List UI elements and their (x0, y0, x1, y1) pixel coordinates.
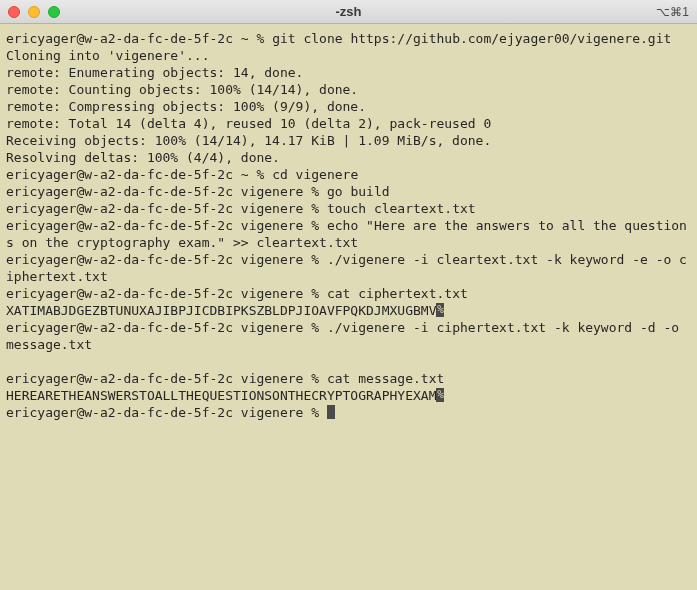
command-text: touch cleartext.txt (327, 201, 476, 216)
output-line: Receiving objects: 100% (14/14), 14.17 K… (6, 132, 691, 149)
prompt-user-host: ericyager@w-a2-da-fc-de-5f-2c (6, 218, 233, 233)
command-text: cat ciphertext.txt (327, 286, 468, 301)
prompt-user-host: ericyager@w-a2-da-fc-de-5f-2c (6, 201, 233, 216)
prompt-dir: vigenere (241, 320, 304, 335)
prompt-dir: vigenere (241, 286, 304, 301)
prompt-dir: vigenere (241, 405, 304, 420)
eol-indicator: % (436, 303, 444, 317)
prompt-symbol: % (311, 218, 319, 233)
output-line: remote: Enumerating objects: 14, done. (6, 64, 691, 81)
output-line: Resolving deltas: 100% (4/4), done. (6, 149, 691, 166)
output-line: remote: Compressing objects: 100% (9/9),… (6, 98, 691, 115)
output-line (6, 353, 691, 370)
prompt-user-host: ericyager@w-a2-da-fc-de-5f-2c (6, 405, 233, 420)
command-text: cd vigenere (272, 167, 358, 182)
prompt-dir: vigenere (241, 201, 304, 216)
prompt-symbol: % (311, 252, 319, 267)
prompt-user-host: ericyager@w-a2-da-fc-de-5f-2c (6, 31, 233, 46)
prompt-symbol: % (311, 371, 319, 386)
output-line: HEREARETHEANSWERSTOALLTHEQUESTIONSONTHEC… (6, 387, 691, 404)
cipher-output: XATIMABJDGEZBTUNUXAJIBPJICDBIPKSZBLDPJIO… (6, 303, 436, 318)
prompt-dir: vigenere (241, 218, 304, 233)
eol-indicator: % (436, 388, 444, 402)
output-line: XATIMABJDGEZBTUNUXAJIBPJICDBIPKSZBLDPJIO… (6, 302, 691, 319)
prompt-line: ericyager@w-a2-da-fc-de-5f-2c vigenere %… (6, 285, 691, 302)
prompt-dir: vigenere (241, 252, 304, 267)
prompt-user-host: ericyager@w-a2-da-fc-de-5f-2c (6, 252, 233, 267)
message-output: HEREARETHEANSWERSTOALLTHEQUESTIONSONTHEC… (6, 388, 436, 403)
command-text: cat message.txt (327, 371, 444, 386)
prompt-symbol: % (311, 320, 319, 335)
prompt-line: ericyager@w-a2-da-fc-de-5f-2c ~ % git cl… (6, 30, 691, 47)
prompt-line: ericyager@w-a2-da-fc-de-5f-2c vigenere %… (6, 370, 691, 387)
prompt-symbol: % (311, 201, 319, 216)
traffic-lights (8, 6, 60, 18)
close-button[interactable] (8, 6, 20, 18)
prompt-line: ericyager@w-a2-da-fc-de-5f-2c vigenere %… (6, 200, 691, 217)
prompt-user-host: ericyager@w-a2-da-fc-de-5f-2c (6, 167, 233, 182)
cursor (327, 405, 335, 419)
minimize-button[interactable] (28, 6, 40, 18)
prompt-line: ericyager@w-a2-da-fc-de-5f-2c vigenere %… (6, 183, 691, 200)
prompt-line: ericyager@w-a2-da-fc-de-5f-2c ~ % cd vig… (6, 166, 691, 183)
prompt-user-host: ericyager@w-a2-da-fc-de-5f-2c (6, 184, 233, 199)
prompt-dir: vigenere (241, 371, 304, 386)
command-text: git clone https://github.com/ejyager00/v… (272, 31, 671, 46)
prompt-dir: ~ (241, 167, 249, 182)
terminal-output[interactable]: ericyager@w-a2-da-fc-de-5f-2c ~ % git cl… (0, 24, 697, 590)
prompt-symbol: % (311, 405, 319, 420)
prompt-dir: vigenere (241, 184, 304, 199)
prompt-line: ericyager@w-a2-da-fc-de-5f-2c vigenere %… (6, 251, 691, 285)
prompt-user-host: ericyager@w-a2-da-fc-de-5f-2c (6, 371, 233, 386)
prompt-user-host: ericyager@w-a2-da-fc-de-5f-2c (6, 320, 233, 335)
prompt-symbol: % (256, 31, 264, 46)
prompt-dir: ~ (241, 31, 249, 46)
command-text: go build (327, 184, 390, 199)
window-shortcut: ⌥⌘1 (656, 5, 689, 19)
prompt-user-host: ericyager@w-a2-da-fc-de-5f-2c (6, 286, 233, 301)
output-line: Cloning into 'vigenere'... (6, 47, 691, 64)
prompt-line: ericyager@w-a2-da-fc-de-5f-2c vigenere %… (6, 217, 691, 251)
window-title: -zsh (336, 4, 362, 19)
prompt-symbol: % (256, 167, 264, 182)
output-line: remote: Counting objects: 100% (14/14), … (6, 81, 691, 98)
prompt-line: ericyager@w-a2-da-fc-de-5f-2c vigenere % (6, 404, 691, 421)
prompt-symbol: % (311, 286, 319, 301)
prompt-symbol: % (311, 184, 319, 199)
window-titlebar: -zsh ⌥⌘1 (0, 0, 697, 24)
output-line: remote: Total 14 (delta 4), reused 10 (d… (6, 115, 691, 132)
prompt-line: ericyager@w-a2-da-fc-de-5f-2c vigenere %… (6, 319, 691, 353)
maximize-button[interactable] (48, 6, 60, 18)
